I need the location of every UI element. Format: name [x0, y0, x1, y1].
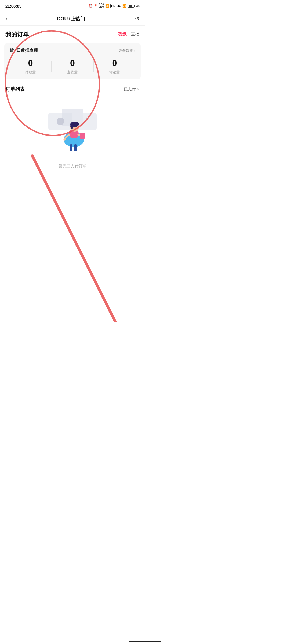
svg-text:✦: ✦: [89, 113, 91, 116]
tab-group: 视频 直播: [118, 31, 140, 38]
comments-label: 评论量: [109, 70, 120, 75]
signal-bars-icon: 📶: [122, 4, 126, 8]
status-time: 21:06:05: [5, 4, 21, 8]
order-header: 我的订单 视频 直播: [0, 26, 145, 42]
wifi-icon: 📶: [105, 4, 109, 8]
status-bar: 21:06:05 ⏰ 📍 2.00KB/S 📶 HD 4G 📶 38: [0, 0, 145, 12]
more-data-button[interactable]: 更多数据 ›: [118, 48, 135, 53]
empty-state: ✦ ✦ 暂无已支付订单: [0, 97, 145, 185]
battery-icon: [128, 5, 134, 8]
likes-value: 0: [70, 58, 75, 68]
tab-live[interactable]: 直播: [131, 31, 140, 38]
empty-state-text: 暂无已支付订单: [59, 164, 87, 169]
svg-point-10: [70, 123, 74, 129]
main-content: 我的订单 视频 直播 近7日数据表现 更多数据 › 0 播放量 0 点赞量: [0, 26, 145, 185]
battery-level: 38: [136, 4, 140, 8]
filter-chevron-icon: ∨: [137, 87, 140, 91]
data-card-title: 近7日数据表现: [10, 48, 38, 53]
signal-4g-icon: 4G: [117, 4, 121, 8]
tab-video[interactable]: 视频: [118, 31, 127, 38]
svg-point-3: [57, 118, 64, 125]
plays-label: 播放量: [25, 70, 36, 75]
order-filter-button[interactable]: 已支付 ∨: [124, 87, 140, 92]
plays-value: 0: [28, 58, 33, 68]
data-stats-row: 0 播放量 0 点赞量 0 评论量: [10, 58, 135, 75]
back-button[interactable]: ‹: [5, 15, 7, 22]
order-list-title: 订单列表: [5, 86, 25, 92]
stat-comments: 0 评论量: [94, 58, 135, 75]
svg-text:✦: ✦: [85, 116, 89, 120]
svg-rect-11: [80, 133, 85, 139]
svg-rect-5: [70, 144, 73, 151]
data-card: 近7日数据表现 更多数据 › 0 播放量 0 点赞量 0 评论量: [4, 43, 141, 79]
svg-rect-6: [74, 144, 77, 151]
likes-label: 点赞量: [67, 70, 78, 75]
comments-value: 0: [112, 58, 117, 68]
hd-icon: HD: [110, 4, 116, 8]
network-speed: 2.00KB/S: [99, 3, 104, 9]
status-icons: ⏰ 📍 2.00KB/S 📶 HD 4G 📶 38: [89, 3, 140, 9]
chevron-right-icon: ›: [134, 49, 135, 53]
refresh-button[interactable]: ↺: [135, 15, 140, 22]
stat-plays: 0 播放量: [10, 58, 51, 75]
page-title: DOU+上热门: [57, 16, 85, 22]
location-icon: 📍: [94, 4, 98, 8]
data-card-header: 近7日数据表现 更多数据 ›: [10, 48, 135, 53]
stat-likes: 0 点赞量: [52, 58, 93, 75]
nav-bar: ‹ DOU+上热门 ↺: [0, 12, 145, 26]
alarm-icon: ⏰: [89, 4, 93, 8]
empty-illustration: ✦ ✦: [46, 105, 99, 158]
order-section-title: 我的订单: [5, 31, 29, 39]
order-list-header: 订单列表 已支付 ∨: [0, 84, 145, 97]
